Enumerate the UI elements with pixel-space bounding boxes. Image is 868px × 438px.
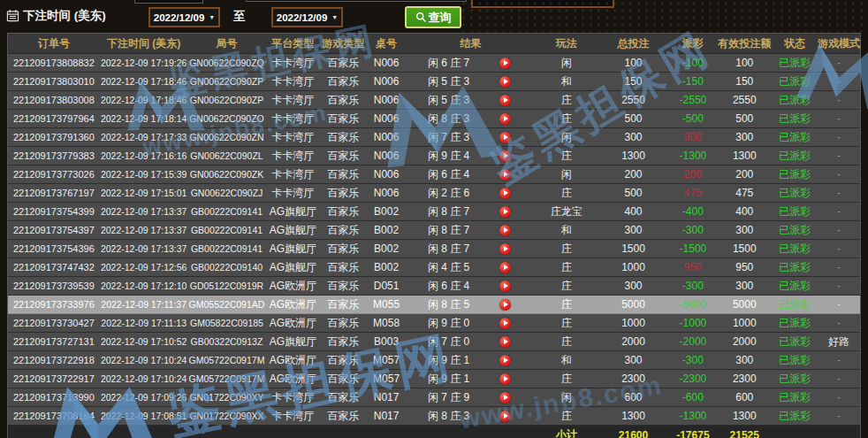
replay-video-icon[interactable] [499, 225, 511, 236]
total-bet: 1000 [598, 314, 669, 332]
search-icon [415, 12, 427, 23]
status-badge: 已派彩 [772, 407, 818, 425]
date-to-value: 2022/12/09 [277, 12, 328, 23]
bet-time: 2022-12-09 17:16:16 [100, 147, 188, 165]
table-row[interactable]: 2212091737730262022-12-09 17:15:39GN0062… [8, 165, 860, 184]
replay-video-icon[interactable] [499, 95, 511, 106]
table-row[interactable]: 2212091737139902022-12-09 17:09:26GN0172… [8, 388, 860, 407]
table-row[interactable]: 2212091737913602022-12-09 17:17:33GN0062… [8, 128, 860, 147]
platform-type: 卡卡湾厅 [265, 128, 320, 146]
replay-video-icon[interactable] [499, 113, 511, 125]
replay-video-icon[interactable] [499, 262, 511, 273]
replay-video-icon[interactable] [499, 58, 511, 69]
total-bet: 500 [598, 110, 669, 127]
table-row[interactable]: 2212091737229182022-12-09 17:10:24GM0572… [8, 351, 860, 370]
date-to-select[interactable]: 2022/12/09 ▼ [271, 7, 343, 27]
table-row[interactable]: 2212091737793832022-12-09 17:16:16GN0062… [8, 147, 860, 165]
table-number: N006 [366, 110, 407, 127]
platform-type: AG旗舰厅 [265, 258, 320, 276]
result-cell: 闲 6 庄 4 [407, 277, 535, 295]
game-mode: - [818, 110, 860, 127]
replay-video-icon[interactable] [499, 132, 511, 143]
table-number: N006 [366, 91, 407, 109]
bet-time: 2022-12-09 17:12:10 [100, 277, 188, 295]
replay-video-icon[interactable] [499, 392, 511, 403]
result-cell: 闲 8 庄 7 [407, 240, 535, 257]
replay-video-icon[interactable] [499, 169, 511, 181]
replay-video-icon[interactable] [499, 76, 511, 88]
valid-bet: 2300 [717, 370, 772, 388]
platform-type: AG旗舰厅 [265, 240, 320, 257]
replay-video-icon[interactable] [499, 318, 511, 329]
game-mode: - [818, 54, 860, 72]
table-row[interactable]: 2212091737229172022-12-09 17:10:24GM0572… [8, 370, 860, 388]
bet-time: 2022-12-09 17:11:37 [100, 296, 188, 313]
platform-type: 卡卡湾厅 [265, 54, 320, 72]
table-row[interactable]: 2212091737979642022-12-09 17:18:14GN0062… [8, 110, 860, 128]
round-number: GN00622C090ZL [188, 147, 266, 165]
total-bet: 400 [598, 203, 669, 220]
replay-video-icon[interactable] [499, 411, 511, 422]
round-number: GN00622C090ZN [188, 128, 266, 146]
table-row[interactable]: 2212091737671972022-12-09 17:15:01GN0062… [8, 184, 860, 203]
table-number: B002 [366, 221, 407, 239]
search-button[interactable]: 查询 [405, 6, 461, 28]
result-cell: 闲 9 庄 1 [407, 351, 535, 369]
game-type: 百家乐 [320, 165, 366, 183]
result-cell: 闲 8 庄 7 [407, 203, 535, 220]
replay-video-icon[interactable] [499, 355, 511, 366]
result-text: 闲 8 庄 7 [407, 204, 491, 219]
status-badge: 已派彩 [772, 147, 818, 165]
payout: 200 [668, 165, 717, 183]
date-from-select[interactable]: 2022/12/09 ▼ [148, 7, 220, 27]
game-mode: - [818, 184, 860, 202]
table-row[interactable]: 2212091737543992022-12-09 17:13:37GB0022… [8, 203, 860, 221]
result-text: 闲 8 庄 3 [407, 409, 491, 424]
table-row[interactable]: 2212091737543962022-12-09 17:13:37GB0022… [8, 240, 860, 258]
replay-video-icon[interactable] [499, 336, 511, 348]
order-number: 221209173767197 [8, 184, 100, 202]
game-mode: 好路 [818, 333, 860, 350]
round-number: GN00622C090ZJ [188, 184, 266, 202]
table-row[interactable]: 2212091737395392022-12-09 17:12:10GD0512… [8, 277, 860, 296]
status-badge: 已派彩 [772, 128, 818, 146]
replay-video-icon[interactable] [499, 373, 511, 385]
table-row[interactable]: 2212091738030102022-12-09 17:18:46GN0062… [8, 73, 860, 91]
table-row[interactable]: 2212091737474322022-12-09 17:12:56GB0022… [8, 258, 860, 277]
game-mode: - [818, 314, 860, 332]
total-bet: 2300 [598, 370, 669, 388]
game-mode: - [818, 128, 860, 146]
platform-type: 卡卡湾厅 [265, 184, 320, 202]
table-row[interactable]: 2212091737304272022-12-09 17:11:13GM0582… [8, 314, 860, 333]
valid-bet: 300 [717, 128, 772, 146]
result-cell: 闲 9 庄 1 [407, 370, 535, 388]
table-row-selected[interactable]: 2212091737339762022-12-09 17:11:37GM0552… [8, 296, 860, 314]
table-row[interactable]: 2212091737081842022-12-09 17:08:51GN0172… [8, 407, 860, 426]
replay-video-icon[interactable] [499, 206, 511, 218]
replay-video-icon[interactable] [499, 280, 511, 292]
game-type: 百家乐 [320, 277, 366, 295]
result-cell: 闲 7 庄 0 [407, 333, 535, 350]
table-row[interactable]: 2212091738030082022-12-09 17:18:46GN0062… [8, 91, 860, 110]
payout: -600 [668, 388, 717, 406]
total-bet: 150 [598, 73, 669, 90]
game-mode: - [818, 147, 860, 165]
replay-video-icon[interactable] [499, 188, 511, 199]
valid-bet: 300 [717, 221, 772, 239]
result-text: 闲 7 庄 0 [407, 334, 491, 350]
status-badge: 已派彩 [772, 184, 818, 202]
platform-type: AG欧洲厅 [265, 370, 320, 388]
replay-video-icon[interactable] [499, 299, 511, 311]
table-row[interactable]: 2212091737271312022-12-09 17:10:52GB0032… [8, 333, 860, 351]
replay-video-icon[interactable] [499, 243, 511, 255]
table-row[interactable]: 2212091738088322022-12-09 17:19:26GN0062… [8, 54, 860, 73]
game-mode: - [818, 165, 860, 183]
platform-type: 卡卡湾厅 [265, 110, 320, 127]
payout: -5000 [668, 296, 717, 313]
round-number: GN00622C090ZO [188, 110, 266, 127]
subtotal-label: 小计 [535, 426, 598, 438]
replay-video-icon[interactable] [499, 150, 511, 162]
column-header-13: 游戏模式 [818, 34, 860, 53]
play-type: 庄 [535, 147, 598, 165]
table-row[interactable]: 2212091737543972022-12-09 17:13:37GB0022… [8, 221, 860, 240]
